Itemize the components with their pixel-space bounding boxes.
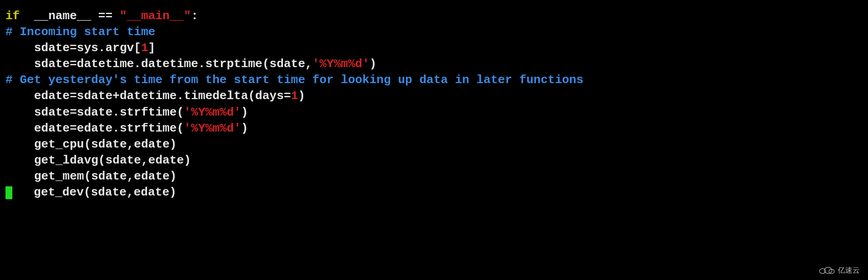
code-line-7: sdate=sdate.strftime('%Y%m%d')	[5, 105, 863, 121]
code-block: if __name__ == "__main__": # Incoming st…	[5, 8, 863, 201]
keyword-if: if	[5, 9, 20, 23]
indent	[5, 153, 34, 167]
watermark-text: 亿速云	[838, 265, 860, 275]
code-text: __name__ ==	[20, 9, 119, 23]
code-text: )	[241, 106, 248, 119]
code-line-10: get_ldavg(sdate,edate)	[5, 153, 863, 169]
indent	[5, 122, 34, 135]
code-line-2: # Incoming start time	[5, 24, 863, 40]
code-line-12: get_dev(sdate,edate)	[5, 185, 863, 201]
code-text: edate=edate.strftime(	[34, 122, 184, 135]
code-text: )	[370, 57, 377, 71]
code-text: :	[191, 9, 198, 23]
string-literal: '%Y%m%d'	[184, 106, 241, 119]
code-text: ]	[148, 41, 155, 55]
string-literal: '%Y%m%d'	[312, 57, 370, 71]
code-line-5: # Get yesterday's time from the start ti…	[5, 72, 863, 88]
code-line-4: sdate=datetime.datetime.strptime(sdate,'…	[5, 56, 863, 72]
number-literal: 1	[141, 41, 148, 55]
code-text: )	[241, 122, 248, 135]
comment: # Incoming start time	[5, 25, 155, 39]
code-text: get_dev(sdate,edate)	[34, 185, 177, 199]
indent	[5, 57, 34, 71]
number-literal: 1	[291, 89, 298, 103]
code-text: get_mem(sdate,edate)	[34, 169, 177, 183]
code-line-9: get_cpu(sdate,edate)	[5, 137, 863, 153]
code-line-3: sdate=sys.argv[1]	[5, 40, 863, 56]
code-line-6: edate=sdate+datetime.timedelta(days=1)	[5, 88, 863, 104]
watermark: 亿速云	[818, 265, 860, 275]
code-line-11: get_mem(sdate,edate)	[5, 169, 863, 185]
code-line-8: edate=edate.strftime('%Y%m%d')	[5, 121, 863, 137]
comment: # Get yesterday's time from the start ti…	[5, 73, 584, 87]
code-line-1: if __name__ == "__main__":	[5, 8, 863, 24]
indent	[12, 185, 34, 199]
indent	[5, 41, 34, 55]
cloud-icon	[818, 266, 835, 275]
cursor-icon	[5, 186, 12, 199]
string-literal: "__main__"	[120, 9, 191, 23]
indent	[5, 106, 34, 119]
code-text: sdate=datetime.datetime.strptime(sdate,	[34, 57, 312, 71]
code-text: get_cpu(sdate,edate)	[34, 137, 177, 151]
string-literal: '%Y%m%d'	[184, 122, 241, 135]
indent	[5, 169, 34, 183]
code-text: get_ldavg(sdate,edate)	[34, 153, 191, 167]
code-text: sdate=sys.argv[	[34, 41, 141, 55]
code-text: edate=sdate+datetime.timedelta(days=	[34, 89, 291, 103]
indent	[5, 137, 34, 151]
indent	[5, 89, 34, 103]
code-text: )	[298, 89, 305, 103]
code-text: sdate=sdate.strftime(	[34, 106, 184, 119]
